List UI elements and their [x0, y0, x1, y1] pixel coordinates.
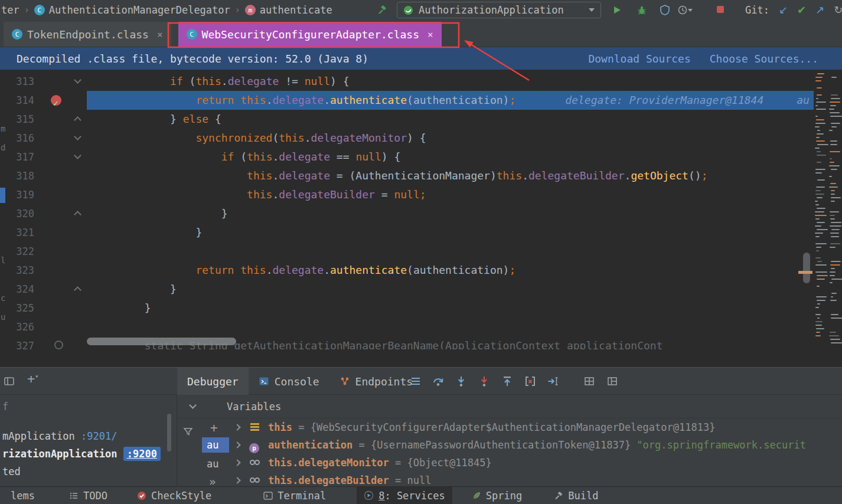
code-line[interactable]: 326	[0, 318, 842, 336]
code-line[interactable]: 318 this.delegate = (AuthenticationManag…	[0, 166, 842, 185]
frames-overflow-chevron[interactable]: »	[209, 475, 216, 487]
vertical-scrollbar-thumb[interactable]	[803, 253, 810, 283]
frames-pane[interactable]: +auau»	[177, 418, 229, 487]
breakpoint-icon[interactable]	[51, 95, 61, 106]
minimap-mark	[831, 194, 834, 195]
code-line[interactable]: 322	[0, 242, 842, 261]
expand-chevron-icon[interactable]	[234, 477, 240, 483]
add-service-button[interactable]: +▾	[27, 371, 38, 386]
code-line[interactable]: 320 }	[0, 204, 842, 223]
close-icon[interactable]: ×	[157, 29, 163, 40]
layout-settings-icon[interactable]	[606, 375, 619, 388]
force-step-into-icon[interactable]	[478, 375, 491, 388]
toolwindow-button-checkstyle[interactable]: CheckStyle	[130, 487, 218, 504]
service-item[interactable]: mApplication :9201/	[2, 428, 117, 444]
tab-console[interactable]: Console	[249, 368, 329, 395]
spring-icon	[472, 491, 481, 500]
close-icon[interactable]: ×	[427, 29, 433, 40]
code-line[interactable]: 323 return this.delegate.authenticate(au…	[0, 261, 842, 280]
menu-icon[interactable]	[410, 375, 422, 387]
service-port-link[interactable]: :9201/	[81, 430, 117, 442]
toolwindow-button-todo[interactable]: TODO	[62, 487, 115, 504]
fold-marker-icon[interactable]	[74, 286, 81, 294]
services-tree[interactable]: fmApplication :9201/rizationApplication …	[0, 395, 177, 487]
breadcrumb-item-class[interactable]: AuthenticationManagerDelegator	[49, 4, 230, 16]
code-line[interactable]: 319 this.delegateBuilder = null;	[0, 185, 842, 204]
console-icon	[259, 376, 269, 387]
add-watch-button[interactable]: +	[210, 421, 218, 435]
step-out-icon[interactable]	[501, 375, 514, 388]
variable-row[interactable]: pauthentication = {UsernamePasswordAuthe…	[230, 436, 842, 454]
variable-row[interactable]: this.delegateBuilder = null	[230, 472, 842, 487]
code-editor[interactable]: 313 if (this.delegate != null) {314 retu…	[0, 70, 842, 367]
services-scrollbar-thumb[interactable]	[167, 414, 171, 451]
toolwindow-button-spring[interactable]: Spring	[465, 487, 529, 504]
fold-marker-icon[interactable]	[74, 76, 81, 84]
fold-marker-icon[interactable]	[74, 152, 81, 159]
toolwindow-button-build[interactable]: Build	[547, 487, 605, 504]
view-table-icon[interactable]	[583, 375, 596, 388]
reset-frame-icon[interactable]	[524, 375, 537, 388]
expand-chevron-icon[interactable]	[234, 424, 240, 430]
code-line[interactable]: 317 if (this.delegate == null) {	[0, 148, 842, 166]
step-over-icon[interactable]	[432, 375, 445, 388]
variable-row[interactable]: this.delegateMonitor = {Object@11845}	[230, 454, 842, 472]
horizontal-scrollbar-thumb[interactable]	[87, 338, 236, 345]
toolwindow-button-label: TODO	[83, 490, 107, 502]
minimap[interactable]	[814, 70, 842, 349]
update-project-icon[interactable]: ↙	[779, 5, 788, 15]
step-into-icon[interactable]	[455, 375, 468, 388]
history-icon[interactable]: ↻	[834, 5, 842, 15]
variable-row[interactable]: this = {WebSecurityConfigurerAdapter$Aut…	[230, 418, 842, 436]
expand-chevron-icon[interactable]	[234, 441, 240, 448]
fold-marker-icon[interactable]	[74, 133, 81, 140]
code-line[interactable]: 325 }	[0, 299, 842, 318]
tab-endpoints[interactable]: Endpoints	[329, 368, 423, 395]
toolwindow-button-terminal[interactable]: Terminal	[256, 487, 333, 504]
profiler-icon[interactable]	[678, 5, 693, 15]
code-line[interactable]: 324 }	[0, 280, 842, 299]
stop-icon[interactable]	[716, 5, 725, 14]
run-configuration-select[interactable]: AuthorizationApplication	[397, 2, 601, 18]
toolwindow-button-services[interactable]: 8: Services	[357, 487, 452, 504]
minimap-mark	[817, 87, 821, 89]
editor-tab-tokenendpoint[interactable]: C TokenEndpoint.class ×	[4, 22, 171, 47]
fold-marker-icon[interactable]	[74, 211, 81, 218]
tab-debugger[interactable]: Debugger	[177, 368, 249, 395]
build-project-icon[interactable]	[377, 5, 387, 15]
stack-frame-item[interactable]: au	[202, 437, 229, 453]
editor-tab-label: TokenEndpoint.class	[27, 28, 149, 41]
debug-icon[interactable]	[637, 5, 647, 15]
dock-window-icon[interactable]	[4, 375, 15, 387]
code-token: authenticate	[330, 264, 407, 276]
filter-icon[interactable]	[183, 427, 193, 437]
service-item[interactable]: ted	[2, 463, 21, 480]
coverage-icon[interactable]	[660, 5, 670, 15]
run-to-cursor-icon[interactable]	[547, 375, 560, 388]
download-sources-link[interactable]: Download Sources	[588, 53, 690, 65]
code-token: delegateMonitor	[311, 132, 407, 144]
toolwindow-button-problems[interactable]: lems	[4, 487, 42, 504]
stack-frame-item[interactable]: au	[202, 456, 229, 472]
editor-tab-websecurityconfigureradapter[interactable]: C WebSecurityConfigurerAdapter.class ×	[178, 22, 442, 47]
debug-session-tabs: Debugger Console Endpoints	[177, 368, 423, 395]
run-icon[interactable]	[612, 5, 622, 15]
commit-icon[interactable]: ✔	[797, 5, 806, 15]
code-token: !=	[279, 75, 304, 87]
code-line[interactable]: 313 if (this.delegate != null) {	[0, 72, 842, 91]
code-line[interactable]: 315 } else {	[0, 110, 842, 129]
fold-marker-icon[interactable]	[74, 116, 81, 124]
push-icon[interactable]: ↗	[815, 5, 824, 15]
service-port-badge[interactable]: :9200	[123, 447, 161, 461]
code-line[interactable]: 321 }	[0, 223, 842, 242]
breadcrumb-item-method[interactable]: authenticate	[260, 4, 332, 16]
service-item[interactable]: f	[2, 398, 8, 415]
choose-sources-link[interactable]: Choose Sources...	[710, 53, 818, 65]
service-item[interactable]: rizationApplication :9200	[2, 446, 161, 462]
code-line[interactable]: 316 synchronized(this.delegateMonitor) {	[0, 129, 842, 148]
breadcrumb-item-truncated[interactable]: ter	[1, 4, 19, 16]
toolwindow-button-label: Terminal	[278, 490, 326, 502]
expand-chevron-icon[interactable]	[234, 459, 240, 466]
code-line[interactable]: 314 return this.delegate.authenticate(au…	[0, 91, 842, 110]
chevron-down-icon[interactable]	[189, 401, 197, 409]
